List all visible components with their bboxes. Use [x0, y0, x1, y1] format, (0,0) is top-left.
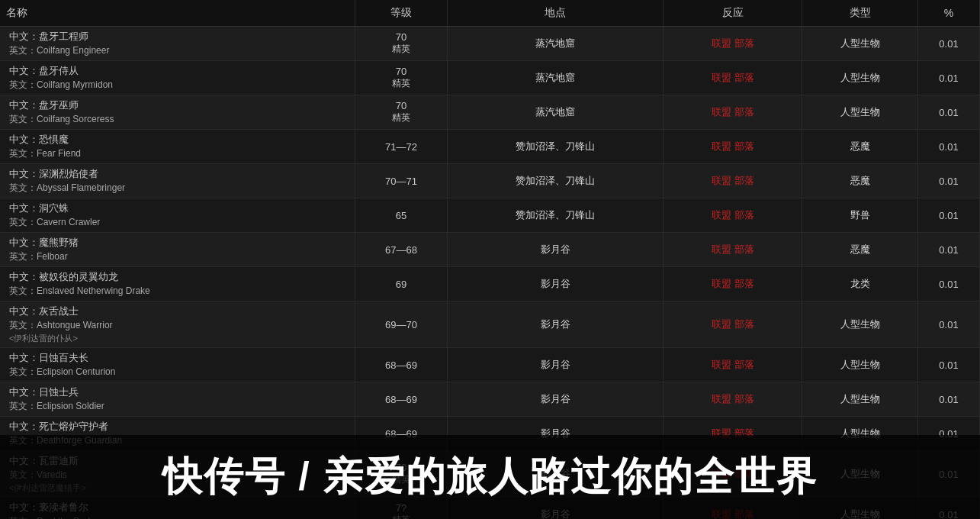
cell-reaction: 联盟 部落 [664, 382, 802, 417]
cell-level: 69 [355, 267, 447, 301]
cell-type: 人型生物 [802, 382, 918, 417]
name-en: 英文：Felboar [9, 250, 345, 263]
cell-name: 中文：深渊烈焰使者英文：Abyssal Flamebringer [0, 164, 355, 198]
cell-percent: 0.01 [918, 164, 980, 198]
name-en: 英文：Eclipsion Centurion [9, 366, 345, 379]
watermark-text: 快传号 / 亲爱的旅人路过你的全世界 [162, 454, 818, 498]
name-en: 英文：Coilfang Myrmidon [9, 79, 345, 92]
name-en: 英文：Enslaved Netherwing Drake [9, 285, 345, 298]
cell-percent: 0.01 [918, 233, 980, 267]
cell-location: 影月谷 [448, 233, 664, 267]
cell-percent: 0.01 [918, 267, 980, 301]
cell-type: 恶魔 [802, 233, 918, 267]
percent-value: 0.01 [939, 394, 958, 405]
cell-level: 68—69 [355, 382, 447, 417]
table-row: 中文：洞穴蛛英文：Cavern Crawler65赞加沼泽、刀锋山联盟 部落野兽… [0, 198, 980, 233]
cell-reaction: 联盟 部落 [664, 27, 802, 61]
percent-value: 0.01 [939, 141, 958, 153]
cell-reaction: 联盟 部落 [664, 130, 802, 164]
cell-location: 赞加沼泽、刀锋山 [448, 164, 664, 198]
cell-reaction: 联盟 部落 [664, 198, 802, 233]
cell-type: 人型生物 [802, 301, 918, 348]
name-zh: 中文：死亡熔炉守护者 [9, 420, 345, 434]
cell-percent: 0.01 [918, 61, 980, 95]
cell-name: 中文：洞穴蛛英文：Cavern Crawler [0, 198, 355, 233]
cell-level: 67—68 [355, 233, 447, 267]
name-zh: 中文：深渊烈焰使者 [9, 167, 345, 181]
cell-location: 影月谷 [448, 382, 664, 417]
table-row: 中文：盘牙侍从英文：Coilfang Myrmidon70精英蒸汽地窟联盟 部落… [0, 61, 980, 95]
cell-name: 中文：灰舌战士英文：Ashtongue Warrior<伊利达雷的仆从> [0, 301, 355, 348]
cell-reaction: 联盟 部落 [664, 95, 802, 130]
name-zh: 中文：盘牙侍从 [9, 64, 345, 78]
cell-reaction: 联盟 部落 [664, 233, 802, 267]
name-en: 英文：Fear Fiend [9, 147, 345, 160]
level-value: 65 [365, 210, 438, 221]
cell-location: 蒸汽地窟 [448, 27, 664, 61]
name-zh: 中文：恐惧魔 [9, 133, 345, 147]
header-percent: % [918, 0, 980, 27]
reaction-text: 联盟 部落 [712, 175, 754, 186]
cell-level: 65 [355, 198, 447, 233]
percent-value: 0.01 [939, 107, 958, 118]
cell-location: 影月谷 [448, 301, 664, 348]
cell-level: 70—71 [355, 164, 447, 198]
reaction-text: 联盟 部落 [712, 37, 754, 49]
percent-value: 0.01 [939, 279, 958, 290]
cell-reaction: 联盟 部落 [664, 301, 802, 348]
cell-percent: 0.01 [918, 130, 980, 164]
cell-type: 人型生物 [802, 95, 918, 130]
table-row: 中文：恐惧魔英文：Fear Fiend71—72赞加沼泽、刀锋山联盟 部落恶魔0… [0, 130, 980, 164]
reaction-text: 联盟 部落 [712, 72, 754, 83]
table-row: 中文：盘牙工程师英文：Coilfang Engineer70精英蒸汽地窟联盟 部… [0, 27, 980, 61]
cell-type: 人型生物 [802, 348, 918, 382]
table-row: 中文：灰舌战士英文：Ashtongue Warrior<伊利达雷的仆从>69—7… [0, 301, 980, 348]
reaction-text: 联盟 部落 [712, 140, 754, 152]
reaction-text: 联盟 部落 [712, 359, 754, 370]
cell-type: 人型生物 [802, 27, 918, 61]
elite-label: 精英 [365, 43, 438, 56]
table-row: 中文：深渊烈焰使者英文：Abyssal Flamebringer70—71赞加沼… [0, 164, 980, 198]
name-zh: 中文：魔熊野猪 [9, 236, 345, 250]
header-type: 类型 [802, 0, 918, 27]
cell-level: 71—72 [355, 130, 447, 164]
cell-type: 龙类 [802, 267, 918, 301]
cell-reaction: 联盟 部落 [664, 164, 802, 198]
name-zh: 中文：日蚀士兵 [9, 385, 345, 399]
name-en: 英文：Coilfang Sorceress [9, 113, 345, 126]
header-reaction: 反应 [664, 0, 802, 27]
cell-name: 中文：恐惧魔英文：Fear Fiend [0, 130, 355, 164]
cell-level: 70精英 [355, 27, 447, 61]
cell-type: 人型生物 [802, 61, 918, 95]
table-row: 中文：魔熊野猪英文：Felboar67—68影月谷联盟 部落恶魔0.01 [0, 233, 980, 267]
table-header-row: 名称 等级 地点 反应 类型 % [0, 0, 980, 27]
reaction-text: 联盟 部落 [712, 278, 754, 289]
name-note: <伊利达雷的仆从> [9, 333, 345, 344]
header-level: 等级 [355, 0, 447, 27]
cell-location: 影月谷 [448, 267, 664, 301]
name-en: 英文：Ashtongue Warrior [9, 319, 345, 332]
name-zh: 中文：盘牙工程师 [9, 30, 345, 44]
cell-percent: 0.01 [918, 348, 980, 382]
cell-level: 68—69 [355, 348, 447, 382]
cell-level: 69—70 [355, 301, 447, 348]
table-row: 中文：被奴役的灵翼幼龙英文：Enslaved Netherwing Drake6… [0, 267, 980, 301]
level-value: 68—69 [365, 394, 438, 405]
header-name: 名称 [0, 0, 355, 27]
reaction-text: 联盟 部落 [712, 393, 754, 405]
cell-name: 中文：盘牙工程师英文：Coilfang Engineer [0, 27, 355, 61]
name-en: 英文：Coilfang Engineer [9, 44, 345, 57]
cell-type: 恶魔 [802, 164, 918, 198]
percent-value: 0.01 [939, 73, 958, 84]
name-en: 英文：Eclipsion Soldier [9, 400, 345, 413]
name-en: 英文：Cavern Crawler [9, 216, 345, 229]
reaction-text: 联盟 部落 [712, 209, 754, 221]
cell-reaction: 联盟 部落 [664, 348, 802, 382]
reaction-text: 联盟 部落 [712, 318, 754, 330]
cell-level: 70精英 [355, 61, 447, 95]
watermark-overlay: 快传号 / 亲爱的旅人路过你的全世界 [0, 435, 980, 519]
cell-type: 恶魔 [802, 130, 918, 164]
cell-type: 野兽 [802, 198, 918, 233]
cell-percent: 0.01 [918, 198, 980, 233]
cell-reaction: 联盟 部落 [664, 267, 802, 301]
